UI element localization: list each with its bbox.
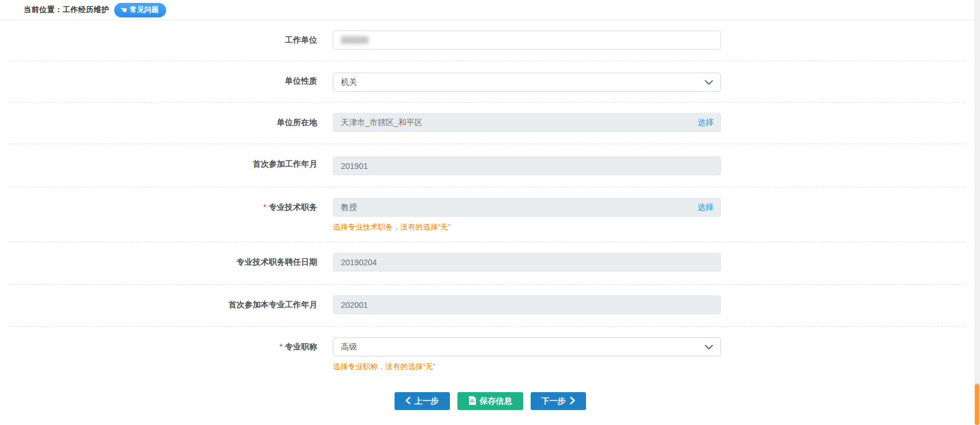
work-experience-page: 当前位置：工作经历维护 ☚ 常见问题 工作单位 单位性质 机关 单位所在地 bbox=[0, 0, 980, 425]
unit-location-field: 天津市_市辖区_和平区 选择 bbox=[333, 113, 721, 132]
pointing-hand-icon: ☚ bbox=[119, 5, 127, 14]
unit-type-label: 单位性质 bbox=[0, 61, 317, 86]
prev-step-button[interactable]: 上一步 bbox=[395, 392, 450, 410]
form-row-professional-position: *专业技术职务 教授 选择 选择专业技术职务，没有的选择"无" bbox=[0, 187, 980, 242]
form-row-appointment-date: 专业技术职务聘任日期 20190204 bbox=[0, 242, 980, 285]
appointment-date-field: 20190204 bbox=[333, 253, 721, 272]
unit-type-selected-value: 机关 bbox=[341, 77, 357, 88]
footer-actions: 上一步 保存信息 下一步 bbox=[0, 375, 980, 425]
professional-title-label: *专业职称 bbox=[0, 327, 317, 352]
faq-button-label: 常见问题 bbox=[130, 5, 159, 15]
chevron-down-icon bbox=[705, 343, 713, 352]
save-button[interactable]: 保存信息 bbox=[457, 392, 523, 410]
save-document-icon bbox=[468, 396, 476, 407]
unit-location-value: 天津市_市辖区_和平区 bbox=[341, 118, 423, 128]
first-work-date-value: 201901 bbox=[341, 161, 368, 171]
professional-title-hint: 选择专业职称，没有的选择"无" bbox=[333, 362, 721, 372]
scrollbar-track[interactable] bbox=[974, 0, 980, 425]
form-row-work-unit: 工作单位 bbox=[0, 20, 980, 61]
appointment-date-value: 20190204 bbox=[341, 258, 377, 267]
chevron-down-icon bbox=[705, 78, 713, 87]
first-profession-date-label: 首次参加本专业工作年月 bbox=[0, 285, 317, 310]
unit-type-select[interactable]: 机关 bbox=[333, 73, 721, 92]
professional-title-selected-value: 高级 bbox=[341, 342, 357, 352]
work-unit-label: 工作单位 bbox=[0, 20, 317, 46]
chevron-right-icon bbox=[570, 397, 575, 406]
professional-position-field: 教授 选择 bbox=[333, 198, 721, 217]
next-step-label: 下一步 bbox=[542, 396, 566, 407]
first-work-date-field: 201901 bbox=[333, 156, 721, 175]
required-asterisk: * bbox=[264, 202, 266, 212]
save-label: 保存信息 bbox=[480, 396, 512, 407]
breadcrumb: 当前位置：工作经历维护 bbox=[24, 5, 110, 15]
first-profession-date-value: 202001 bbox=[341, 300, 368, 310]
first-work-date-label: 首次参加工作年月 bbox=[0, 144, 317, 170]
scrollbar-thumb[interactable] bbox=[975, 383, 979, 425]
faq-button[interactable]: ☚ 常见问题 bbox=[114, 3, 167, 17]
appointment-date-label: 专业技术职务聘任日期 bbox=[0, 242, 317, 268]
unit-location-choose-link[interactable]: 选择 bbox=[697, 118, 714, 128]
form-row-first-work-date: 首次参加工作年月 201901 bbox=[0, 144, 980, 187]
redacted-value bbox=[341, 36, 369, 44]
form-row-unit-type: 单位性质 机关 bbox=[0, 61, 980, 103]
form-row-first-profession-date: 首次参加本专业工作年月 202001 bbox=[0, 285, 980, 327]
next-step-button[interactable]: 下一步 bbox=[531, 392, 586, 410]
required-asterisk: * bbox=[280, 342, 283, 351]
work-unit-input[interactable] bbox=[333, 31, 721, 50]
first-profession-date-field: 202001 bbox=[333, 295, 721, 314]
form-row-unit-location: 单位所在地 天津市_市辖区_和平区 选择 bbox=[0, 103, 980, 144]
breadcrumb-bar: 当前位置：工作经历维护 ☚ 常见问题 bbox=[0, 0, 980, 20]
form-row-professional-title: *专业职称 高级 选择专业职称，没有的选择"无" bbox=[0, 327, 980, 375]
professional-position-value: 教授 bbox=[341, 202, 357, 213]
professional-title-select[interactable]: 高级 bbox=[333, 337, 721, 356]
prev-step-label: 上一步 bbox=[415, 396, 439, 407]
professional-position-hint: 选择专业技术职务，没有的选择"无" bbox=[333, 222, 721, 232]
unit-location-label: 单位所在地 bbox=[0, 103, 317, 128]
professional-position-label: *专业技术职务 bbox=[0, 187, 317, 213]
chevron-left-icon bbox=[405, 397, 411, 406]
professional-position-choose-link[interactable]: 选择 bbox=[697, 202, 714, 213]
